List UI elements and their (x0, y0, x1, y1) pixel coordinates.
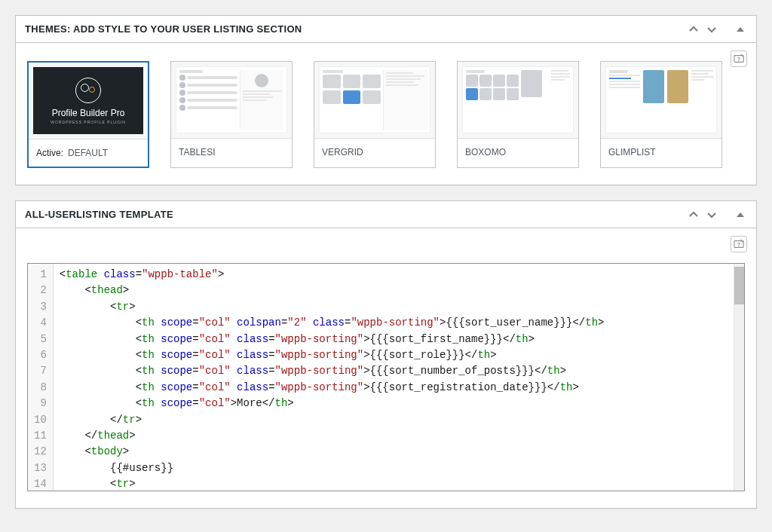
theme-thumb-boxomo (458, 62, 578, 139)
theme-name: BOXOMO (465, 147, 506, 157)
scrollbar[interactable] (734, 264, 744, 491)
theme-thumb-glimplist (601, 62, 721, 139)
themes-panel: THEMES: ADD STYLE TO YOUR USER LISTING S… (15, 15, 757, 185)
panel-controls (687, 210, 747, 219)
template-panel-header: ALL-USERLISTING TEMPLATE (16, 201, 756, 228)
code-editor[interactable]: 1234567891011121314 <table class="wppb-t… (27, 263, 745, 491)
theme-name: VERGRID (322, 147, 363, 157)
theme-thumb-default: Profile Builder Pro WORDPRESS PROFILE PL… (29, 63, 148, 139)
theme-brand-title: Profile Builder Pro (52, 108, 125, 118)
active-prefix: Active: (36, 148, 63, 158)
code-gutter: 1234567891011121314 (28, 264, 54, 491)
theme-card-default[interactable]: Profile Builder Pro WORDPRESS PROFILE PL… (27, 61, 149, 168)
theme-card-boxomo[interactable]: BOXOMO (457, 61, 579, 168)
theme-name: DEFAULT (68, 148, 108, 158)
template-panel-body: ? 1234567891011121314 <table class="wppb… (16, 228, 756, 508)
themes-row: Profile Builder Pro WORDPRESS PROFILE PL… (27, 61, 745, 168)
panel-controls (687, 25, 747, 34)
panel-move-up-icon[interactable] (687, 25, 700, 34)
svg-text:?: ? (737, 57, 740, 62)
template-panel: ALL-USERLISTING TEMPLATE ? 1234567891011… (15, 200, 757, 509)
theme-thumb-tablesi (171, 62, 292, 139)
theme-card-glimplist[interactable]: GLIMPLIST (600, 61, 722, 168)
panel-move-down-icon[interactable] (705, 25, 718, 34)
code-content[interactable]: <table class="wppb-table"> <thead> <tr> … (54, 264, 744, 491)
panel-toggle-icon[interactable] (734, 25, 747, 34)
theme-name: GLIMPLIST (608, 147, 656, 157)
themes-panel-body: ? Profile Builder Pro WORDPRESS PROFILE … (16, 43, 756, 185)
theme-card-vergrid[interactable]: VERGRID (314, 61, 436, 168)
theme-brand-subtitle: WORDPRESS PROFILE PLUGIN (51, 120, 126, 124)
theme-thumb-vergrid (314, 62, 435, 139)
svg-text:?: ? (737, 242, 740, 247)
theme-label: Active: DEFAULT (29, 139, 148, 167)
template-panel-title: ALL-USERLISTING TEMPLATE (25, 209, 173, 220)
help-icon[interactable]: ? (731, 236, 747, 252)
themes-panel-header: THEMES: ADD STYLE TO YOUR USER LISTING S… (16, 16, 756, 43)
panel-toggle-icon[interactable] (734, 210, 747, 219)
themes-panel-title: THEMES: ADD STYLE TO YOUR USER LISTING S… (25, 23, 302, 35)
help-icon[interactable]: ? (731, 50, 747, 67)
panel-move-down-icon[interactable] (705, 210, 718, 219)
users-icon (75, 78, 101, 103)
theme-name: TABLESI (179, 147, 215, 157)
theme-card-tablesi[interactable]: TABLESI (170, 61, 293, 168)
scrollbar-thumb[interactable] (734, 267, 744, 304)
panel-move-up-icon[interactable] (687, 210, 700, 219)
